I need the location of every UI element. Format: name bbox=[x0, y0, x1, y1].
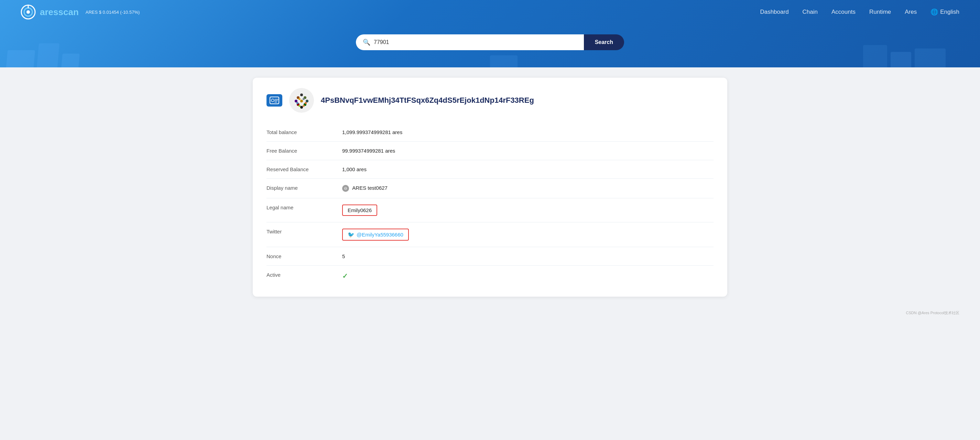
logo: aresscan ARES $ 0.01454 (-10.57%) bbox=[21, 5, 140, 20]
main-nav: aresscan ARES $ 0.01454 (-10.57%) Dashbo… bbox=[21, 0, 959, 24]
total-balance-value: 1,099.999374999281 ares bbox=[342, 123, 714, 141]
twitter-icon: 🐦 bbox=[348, 231, 355, 238]
svg-point-18 bbox=[300, 106, 303, 109]
search-button[interactable]: Search bbox=[584, 34, 624, 50]
nav-dashboard[interactable]: Dashboard bbox=[760, 9, 789, 16]
search-bar: 🔍 Search bbox=[356, 34, 624, 50]
twitter-link[interactable]: 🐦 @EmilyYa55936660 bbox=[348, 231, 403, 238]
svg-point-21 bbox=[296, 102, 299, 104]
svg-point-5 bbox=[271, 99, 274, 102]
svg-point-23 bbox=[299, 105, 301, 107]
svg-point-24 bbox=[302, 105, 305, 107]
price-badge: ARES $ 0.01454 (-10.57%) bbox=[86, 10, 140, 15]
table-row-twitter: Twitter 🐦 @EmilyYa55936660 bbox=[266, 222, 714, 247]
svg-point-19 bbox=[299, 98, 301, 100]
search-section: 🔍 Search bbox=[21, 24, 959, 67]
globe-icon: 🌐 bbox=[931, 8, 938, 16]
nav-ares[interactable]: Ares bbox=[905, 9, 917, 16]
info-table: Total balance 1,099.999374999281 ares Fr… bbox=[266, 123, 714, 286]
svg-point-22 bbox=[305, 102, 307, 104]
display-name-icon: ⊖ bbox=[342, 185, 349, 192]
svg-point-13 bbox=[295, 100, 298, 102]
reserved-balance-value: 1,000 ares bbox=[342, 160, 714, 179]
svg-point-20 bbox=[302, 98, 305, 100]
table-row-legal-name: Legal name Emily0626 bbox=[266, 199, 714, 222]
account-header: 4PsBNvqF1vwEMhj34TtFSqx6Zq4dS5rEjok1dNp1… bbox=[266, 88, 714, 113]
total-balance-label: Total balance bbox=[266, 123, 342, 141]
legal-name-highlight: Emily0626 bbox=[342, 205, 377, 216]
logo-icon bbox=[21, 5, 36, 20]
avatar bbox=[289, 88, 314, 113]
nav-accounts[interactable]: Accounts bbox=[832, 9, 856, 16]
table-row-display-name: Display name ⊖ ARES test0627 bbox=[266, 179, 714, 199]
nav-links: Dashboard Chain Accounts Runtime Ares 🌐 … bbox=[760, 8, 959, 16]
logo-text: aresscan bbox=[40, 7, 79, 17]
active-value: ✓ bbox=[342, 266, 714, 287]
twitter-label: Twitter bbox=[266, 222, 342, 247]
table-row-active: Active ✓ bbox=[266, 266, 714, 287]
nav-chain[interactable]: Chain bbox=[803, 9, 818, 16]
active-label: Active bbox=[266, 266, 342, 287]
svg-point-10 bbox=[300, 94, 303, 96]
check-icon: ✓ bbox=[342, 272, 348, 280]
search-icon: 🔍 bbox=[363, 38, 370, 46]
main-content: 4PsBNvqF1vwEMhj34TtFSqx6Zq4dS5rEjok1dNp1… bbox=[232, 67, 748, 307]
account-card: 4PsBNvqF1vwEMhj34TtFSqx6Zq4dS5rEjok1dNp1… bbox=[253, 78, 727, 297]
nav-runtime[interactable]: Runtime bbox=[869, 9, 891, 16]
account-address: 4PsBNvqF1vwEMhj34TtFSqx6Zq4dS5rEjok1dNp1… bbox=[321, 96, 534, 105]
nonce-value: 5 bbox=[342, 247, 714, 266]
table-row-total-balance: Total balance 1,099.999374999281 ares bbox=[266, 123, 714, 141]
svg-point-15 bbox=[306, 100, 309, 102]
legal-name-label: Legal name bbox=[266, 199, 342, 222]
twitter-value: 🐦 @EmilyYa55936660 bbox=[342, 222, 714, 247]
search-input[interactable] bbox=[374, 39, 577, 45]
twitter-highlight: 🐦 @EmilyYa55936660 bbox=[342, 229, 409, 241]
free-balance-value: 99.999374999281 ares bbox=[342, 141, 714, 160]
nav-language[interactable]: 🌐 English bbox=[931, 8, 959, 16]
account-id-icon bbox=[266, 94, 282, 106]
footer-note: CSDN @Ares Protocol技术社区 bbox=[0, 307, 980, 319]
table-row-reserved-balance: Reserved Balance 1,000 ares bbox=[266, 160, 714, 179]
svg-point-2 bbox=[27, 10, 30, 14]
table-row-nonce: Nonce 5 bbox=[266, 247, 714, 266]
display-name-label: Display name bbox=[266, 179, 342, 199]
search-input-container: 🔍 bbox=[356, 34, 584, 50]
reserved-balance-label: Reserved Balance bbox=[266, 160, 342, 179]
display-name-value: ⊖ ARES test0627 bbox=[342, 179, 714, 199]
svg-point-14 bbox=[300, 100, 303, 102]
nonce-label: Nonce bbox=[266, 247, 342, 266]
table-row-free-balance: Free Balance 99.999374999281 ares bbox=[266, 141, 714, 160]
legal-name-value: Emily0626 bbox=[342, 199, 714, 222]
free-balance-label: Free Balance bbox=[266, 141, 342, 160]
